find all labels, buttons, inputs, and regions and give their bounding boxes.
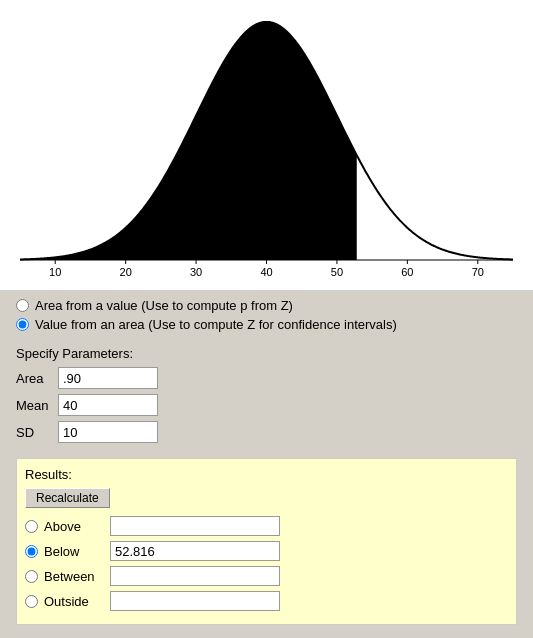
area-from-value-radio[interactable] — [16, 299, 29, 312]
outside-row: Outside — [25, 591, 508, 611]
mean-row: Mean — [16, 394, 517, 416]
results-section: Results: Recalculate Above Below Between… — [16, 458, 517, 625]
above-radio[interactable] — [25, 520, 38, 533]
below-label: Below — [44, 544, 104, 559]
area-row: Area — [16, 367, 517, 389]
above-row: Above — [25, 516, 508, 536]
params-section: Specify Parameters: Area Mean SD — [0, 340, 533, 454]
value-from-area-radio[interactable] — [16, 318, 29, 331]
between-radio[interactable] — [25, 570, 38, 583]
radio-row-2: Value from an area (Use to compute Z for… — [16, 317, 517, 332]
outside-input[interactable] — [110, 591, 280, 611]
between-label: Between — [44, 569, 104, 584]
outside-label: Outside — [44, 594, 104, 609]
between-row: Between — [25, 566, 508, 586]
area-from-value-label: Area from a value (Use to compute p from… — [35, 298, 293, 313]
params-title: Specify Parameters: — [16, 346, 517, 361]
mean-input[interactable] — [58, 394, 158, 416]
mean-label: Mean — [16, 398, 58, 413]
between-input[interactable] — [110, 566, 280, 586]
above-input[interactable] — [110, 516, 280, 536]
sd-row: SD — [16, 421, 517, 443]
below-radio[interactable] — [25, 545, 38, 558]
area-label: Area — [16, 371, 58, 386]
outside-radio[interactable] — [25, 595, 38, 608]
radio-row-1: Area from a value (Use to compute p from… — [16, 298, 517, 313]
mode-radio-group: Area from a value (Use to compute p from… — [0, 290, 533, 340]
value-from-area-label: Value from an area (Use to compute Z for… — [35, 317, 397, 332]
below-row: Below — [25, 541, 508, 561]
recalculate-button[interactable]: Recalculate — [25, 488, 110, 508]
above-label: Above — [44, 519, 104, 534]
results-title: Results: — [25, 467, 508, 482]
below-input[interactable] — [110, 541, 280, 561]
sd-input[interactable] — [58, 421, 158, 443]
sd-label: SD — [16, 425, 58, 440]
area-input[interactable] — [58, 367, 158, 389]
chart-container — [0, 0, 533, 290]
